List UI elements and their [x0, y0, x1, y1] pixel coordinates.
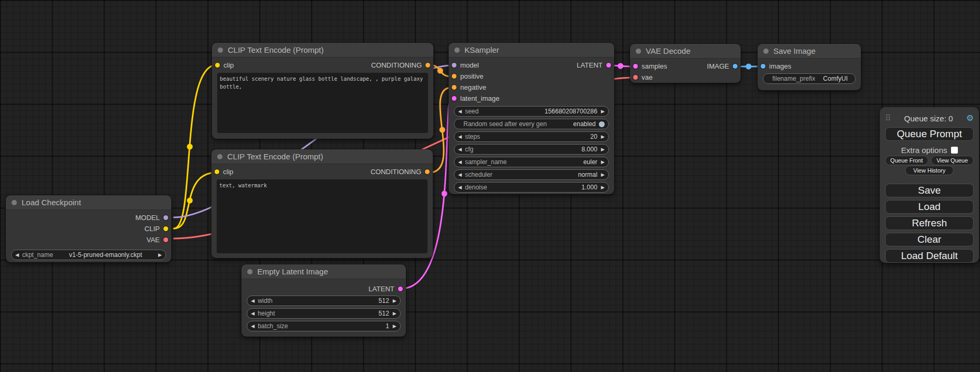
- node-vae-decode[interactable]: VAE Decode samples IMAGE vae: [630, 44, 741, 83]
- collapse-dot-icon[interactable]: [217, 154, 222, 159]
- right-arrow-icon[interactable]: ▶: [601, 172, 605, 177]
- sampler-name-widget[interactable]: ◀ sampler_name euler ▶: [454, 157, 609, 167]
- output-port-conditioning[interactable]: [425, 63, 430, 68]
- right-arrow-icon[interactable]: ▶: [601, 147, 605, 152]
- left-arrow-icon[interactable]: ◀: [458, 172, 462, 177]
- node-empty-latent-image[interactable]: Empty Latent Image LATENT ◀ width 512 ▶ …: [241, 264, 406, 337]
- save-button[interactable]: Save: [885, 184, 974, 197]
- left-arrow-icon[interactable]: ◀: [458, 109, 462, 114]
- view-queue-button[interactable]: View Queue: [931, 156, 974, 165]
- output-port-latent[interactable]: [398, 287, 403, 291]
- left-arrow-icon[interactable]: ◀: [458, 159, 462, 165]
- input-port-positive[interactable]: [452, 74, 457, 79]
- node-clip-text-encode-negative[interactable]: CLIP Text Encode (Prompt) clip CONDITION…: [211, 149, 433, 258]
- queue-front-button[interactable]: Queue Front: [885, 156, 928, 165]
- node-title-bar[interactable]: Empty Latent Image: [241, 264, 406, 279]
- scheduler-widget[interactable]: ◀ scheduler normal ▶: [454, 169, 609, 180]
- input-label-vae: vae: [642, 73, 653, 81]
- right-arrow-icon[interactable]: ▶: [601, 109, 605, 114]
- output-port-latent[interactable]: [606, 63, 611, 68]
- node-title-bar[interactable]: VAE Decode: [630, 44, 741, 59]
- output-port-conditioning[interactable]: [425, 169, 430, 174]
- refresh-button[interactable]: Refresh: [885, 216, 974, 230]
- left-arrow-icon[interactable]: ◀: [15, 252, 19, 257]
- filename-prefix-widget[interactable]: filename_prefix ComfyUI: [763, 73, 856, 84]
- ckpt-name-widget[interactable]: ◀ ckpt_name v1-5-pruned-emaonly.ckpt ▶: [11, 250, 166, 260]
- input-port-latent-image[interactable]: [452, 96, 457, 101]
- steps-widget[interactable]: ◀ steps 20 ▶: [454, 131, 609, 142]
- right-arrow-icon[interactable]: ▶: [393, 323, 396, 329]
- widget-label: Random seed after every gen: [463, 120, 547, 128]
- output-port-vae[interactable]: [163, 237, 168, 242]
- right-arrow-icon[interactable]: ▶: [601, 185, 605, 190]
- widget-value: euler: [583, 158, 597, 166]
- height-widget[interactable]: ◀ height 512 ▶: [247, 308, 401, 319]
- seed-widget[interactable]: ◀ seed 156680208700286 ▶: [454, 106, 609, 117]
- node-clip-text-encode-positive[interactable]: CLIP Text Encode (Prompt) clip CONDITION…: [212, 43, 433, 139]
- collapse-dot-icon[interactable]: [454, 47, 460, 53]
- link-dot: [442, 191, 448, 197]
- input-port-samples[interactable]: [633, 64, 638, 69]
- toggle-dot-icon[interactable]: [599, 121, 605, 127]
- input-port-negative[interactable]: [452, 85, 457, 90]
- extra-options-checkbox[interactable]: [951, 147, 958, 154]
- input-port-clip[interactable]: [215, 169, 219, 174]
- node-title-bar[interactable]: CLIP Text Encode (Prompt): [212, 43, 433, 58]
- right-arrow-icon[interactable]: ▶: [601, 134, 605, 139]
- left-arrow-icon[interactable]: ◀: [458, 134, 462, 139]
- drag-handle-icon[interactable]: ⠿: [885, 113, 891, 123]
- input-port-clip[interactable]: [215, 63, 220, 68]
- right-arrow-icon[interactable]: ▶: [601, 159, 605, 165]
- load-default-button[interactable]: Load Default: [885, 249, 974, 263]
- load-button[interactable]: Load: [885, 200, 974, 214]
- node-graph-canvas[interactable]: Load Checkpoint MODEL CLIP VAE ◀ ckpt_na…: [0, 0, 980, 372]
- collapse-dot-icon[interactable]: [763, 49, 769, 54]
- node-load-checkpoint[interactable]: Load Checkpoint MODEL CLIP VAE ◀ ckpt_na…: [6, 195, 171, 262]
- output-label-model: MODEL: [135, 214, 160, 222]
- node-title-bar[interactable]: CLIP Text Encode (Prompt): [211, 149, 433, 164]
- settings-gear-icon[interactable]: ⚙: [966, 114, 974, 122]
- input-label-clip: clip: [223, 168, 234, 176]
- input-port-images[interactable]: [761, 64, 765, 69]
- node-ksampler[interactable]: KSampler model LATENT positive negative: [449, 43, 614, 194]
- output-port-clip[interactable]: [163, 226, 168, 231]
- input-port-vae[interactable]: [633, 75, 638, 80]
- widget-value: 156680208700286: [545, 108, 597, 115]
- widget-value: 20: [590, 133, 597, 140]
- node-save-image[interactable]: Save Image images filename_prefix ComfyU…: [758, 44, 861, 90]
- collapse-dot-icon[interactable]: [12, 200, 17, 205]
- denoise-widget[interactable]: ◀ denoise 1.000 ▶: [454, 182, 609, 193]
- left-arrow-icon[interactable]: ◀: [251, 311, 255, 316]
- collapse-dot-icon[interactable]: [636, 49, 641, 54]
- node-title: CLIP Text Encode (Prompt): [228, 45, 324, 54]
- output-port-model[interactable]: [163, 215, 168, 220]
- right-arrow-icon[interactable]: ▶: [393, 298, 396, 303]
- view-history-button[interactable]: View History: [905, 166, 954, 175]
- left-arrow-icon[interactable]: ◀: [251, 298, 255, 303]
- node-title-bar[interactable]: Load Checkpoint: [6, 195, 171, 210]
- widget-value: ComfyUI: [823, 75, 848, 82]
- left-arrow-icon[interactable]: ◀: [458, 185, 462, 190]
- left-arrow-icon[interactable]: ◀: [458, 147, 462, 152]
- output-port-image[interactable]: [733, 64, 738, 69]
- input-port-model[interactable]: [452, 63, 457, 68]
- negative-prompt-textarea[interactable]: text, watermark: [217, 179, 428, 253]
- widget-label: ckpt_name: [22, 251, 53, 259]
- cfg-widget[interactable]: ◀ cfg 8.000 ▶: [454, 144, 609, 155]
- right-arrow-icon[interactable]: ▶: [393, 311, 396, 316]
- queue-prompt-button[interactable]: Queue Prompt: [885, 127, 974, 141]
- batch-size-widget[interactable]: ◀ batch_size 1 ▶: [247, 321, 401, 331]
- left-arrow-icon[interactable]: ◀: [251, 323, 255, 329]
- collapse-dot-icon[interactable]: [218, 47, 223, 53]
- node-title-bar[interactable]: Save Image: [758, 44, 861, 59]
- random-seed-toggle-widget[interactable]: Random seed after every gen enabled: [454, 119, 609, 129]
- positive-prompt-textarea[interactable]: beautiful scenery nature glass bottle la…: [217, 73, 428, 133]
- node-title: VAE Decode: [646, 46, 691, 55]
- widget-label: batch_size: [258, 322, 288, 330]
- node-title-bar[interactable]: KSampler: [449, 43, 614, 58]
- right-arrow-icon[interactable]: ▶: [158, 252, 162, 257]
- collapse-dot-icon[interactable]: [247, 269, 253, 274]
- clear-button[interactable]: Clear: [885, 233, 974, 246]
- widget-label: scheduler: [465, 171, 492, 178]
- width-widget[interactable]: ◀ width 512 ▶: [247, 295, 401, 306]
